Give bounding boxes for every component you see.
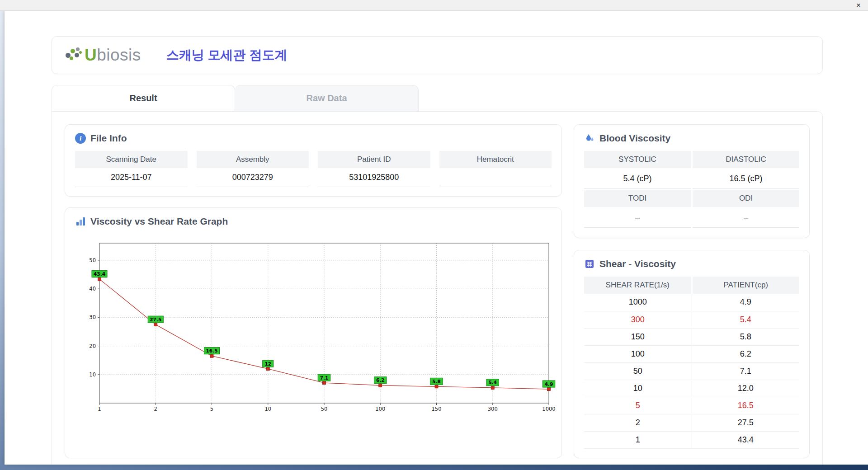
systolic-label: SYSTOLIC: [584, 151, 691, 168]
svg-text:43.4: 43.4: [94, 271, 105, 277]
blood-viscosity-title: Blood Viscosity: [599, 133, 670, 144]
shear-rate-cell: 50: [584, 362, 692, 380]
svg-text:5.8: 5.8: [432, 379, 441, 384]
bar-chart-icon: [75, 216, 86, 227]
shear-rate-cell: 5: [584, 397, 692, 414]
table-row: 1012.0: [584, 380, 799, 397]
shear-rate-cell: 300: [584, 311, 692, 328]
field-value: 000723279: [197, 168, 309, 187]
patient-viscosity-cell: 27.5: [692, 414, 799, 431]
table-row: 1505.8: [584, 328, 799, 345]
table-row: 1006.2: [584, 345, 799, 362]
logo-text-rest: biosis: [97, 46, 141, 65]
logo-dots-icon: [66, 47, 83, 63]
systolic-value: 5.4 (cP): [584, 169, 691, 189]
shear-rate-cell: 150: [584, 328, 692, 345]
patient-viscosity-cell: 5.8: [692, 328, 799, 345]
field-label: Assembly: [197, 151, 309, 168]
field-value: 53101925800: [318, 168, 430, 187]
patient-viscosity-cell: 5.4: [692, 311, 799, 328]
svg-text:50: 50: [321, 406, 328, 412]
patient-viscosity-cell: 7.1: [692, 362, 799, 380]
svg-text:1: 1: [98, 406, 101, 412]
diastolic-label: DIASTOLIC: [693, 151, 799, 168]
info-icon: i: [75, 133, 86, 144]
diastolic-value: 16.5 (cP): [693, 169, 799, 189]
svg-text:7.1: 7.1: [320, 375, 329, 381]
app-window: Ubiosis 스캐닝 모세관 점도계 Result Raw Data i Fi…: [5, 11, 868, 465]
header-card: Ubiosis 스캐닝 모세관 점도계: [52, 36, 823, 74]
svg-text:27.5: 27.5: [150, 317, 161, 322]
patient-viscosity-cell: 16.5: [692, 397, 799, 414]
field-label: Patient ID: [318, 151, 430, 168]
page-title: 스캐닝 모세관 점도계: [166, 47, 288, 64]
table-row: 227.5: [584, 414, 799, 431]
svg-text:100: 100: [375, 406, 385, 412]
shear-rate-cell: 2: [584, 414, 692, 431]
svg-text:20: 20: [89, 343, 96, 349]
shear-rate-cell: 1: [584, 431, 692, 448]
file-info-card: i File Info Scanning Date 2025-11-07 Ass…: [65, 124, 562, 197]
window-titlebar: ×: [0, 0, 868, 11]
svg-text:5.4: 5.4: [488, 380, 497, 385]
svg-text:12: 12: [264, 361, 271, 367]
svg-text:2: 2: [154, 406, 157, 412]
table-row: 507.1: [584, 362, 799, 380]
graph-title: Viscosity vs Shear Rate Graph: [90, 216, 228, 227]
table-row: 10004.9: [584, 294, 799, 311]
blood-viscosity-card: Blood Viscosity SYSTOLIC DIASTOLIC 5.4 (…: [574, 124, 810, 238]
shear-rate-column-header: SHEAR RATE(1/s): [584, 277, 692, 294]
patient-column-header: PATIENT(cp): [692, 277, 799, 294]
todi-label: TODI: [584, 190, 691, 207]
field-label: Hematocrit: [439, 151, 552, 168]
droplet-icon: [584, 133, 595, 144]
close-icon[interactable]: ×: [856, 0, 861, 10]
odi-value: –: [693, 208, 799, 228]
shear-rate-cell: 1000: [584, 294, 692, 311]
table-row: 516.5: [584, 397, 799, 414]
svg-text:300: 300: [488, 406, 498, 412]
logo-text-u: U: [85, 46, 97, 65]
odi-label: ODI: [693, 190, 799, 207]
blood-viscosity-grid: SYSTOLIC DIASTOLIC 5.4 (cP) 16.5 (cP) TO…: [584, 151, 799, 229]
svg-text:6.2: 6.2: [376, 377, 385, 383]
todi-value: –: [584, 208, 691, 228]
svg-text:50: 50: [89, 257, 96, 263]
shear-viscosity-card: Shear - Viscosity SHEAR RATE(1/s) PATIEN…: [574, 250, 810, 458]
file-info-fields: Scanning Date 2025-11-07 Assembly 000723…: [75, 151, 552, 187]
field-patient-id: Patient ID 53101925800: [318, 151, 430, 187]
file-info-title: File Info: [90, 133, 127, 144]
patient-viscosity-cell: 6.2: [692, 345, 799, 362]
field-hematocrit: Hematocrit: [439, 151, 552, 187]
svg-text:5: 5: [210, 406, 213, 412]
svg-text:40: 40: [89, 286, 96, 292]
tab-bar: Result Raw Data: [52, 85, 823, 111]
ubiosis-logo: Ubiosis: [66, 46, 141, 65]
table-icon: [584, 258, 595, 269]
patient-viscosity-cell: 12.0: [692, 380, 799, 397]
shear-viscosity-table-body: 10004.93005.41505.81006.2507.11012.0516.…: [584, 294, 799, 448]
table-row: 143.4: [584, 431, 799, 448]
field-value: 2025-11-07: [75, 168, 188, 187]
result-panel: i File Info Scanning Date 2025-11-07 Ass…: [52, 111, 823, 465]
field-label: Scanning Date: [75, 151, 188, 168]
patient-viscosity-cell: 43.4: [692, 431, 799, 448]
patient-viscosity-cell: 4.9: [692, 294, 799, 311]
tab-raw-data[interactable]: Raw Data: [235, 85, 419, 111]
shear-viscosity-table: SHEAR RATE(1/s) PATIENT(cp) 10004.93005.…: [584, 277, 799, 449]
svg-text:30: 30: [89, 314, 96, 320]
shear-rate-cell: 100: [584, 345, 692, 362]
field-value: [439, 168, 552, 187]
shear-viscosity-title: Shear - Viscosity: [599, 258, 676, 269]
field-assembly: Assembly 000723279: [197, 151, 309, 187]
shear-rate-cell: 10: [584, 380, 692, 397]
field-scanning-date: Scanning Date 2025-11-07: [75, 151, 188, 187]
svg-text:10: 10: [264, 406, 271, 412]
tab-result[interactable]: Result: [52, 85, 235, 111]
viscosity-chart: 10203040501251050100150300100043.427.516…: [79, 237, 556, 418]
svg-text:4.9: 4.9: [545, 381, 553, 387]
viscosity-graph-card: Viscosity vs Shear Rate Graph 1020304050…: [65, 207, 562, 458]
svg-text:10: 10: [89, 371, 96, 378]
svg-text:16.5: 16.5: [206, 348, 218, 353]
table-row: 3005.4: [584, 311, 799, 328]
